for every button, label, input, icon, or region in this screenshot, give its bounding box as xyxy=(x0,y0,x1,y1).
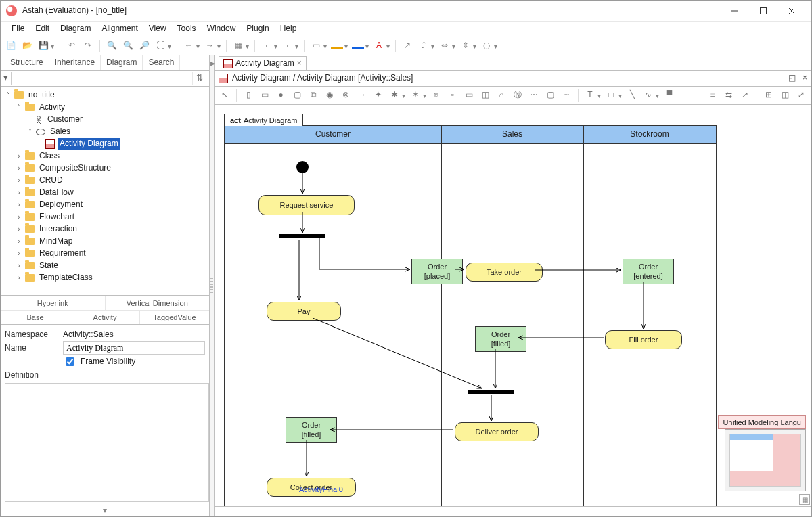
highlighter-icon[interactable]: ▀ xyxy=(663,89,675,102)
sync-icon[interactable]: ⇅ xyxy=(192,72,206,85)
align-tools-icon[interactable]: ≡ xyxy=(706,89,719,102)
editor-minimize-icon[interactable]: — xyxy=(773,73,782,84)
tree-composite[interactable]: CompositeStructure xyxy=(37,162,113,175)
text-color-icon[interactable]: A xyxy=(373,40,385,52)
anchor-icon[interactable]: ┄ xyxy=(560,89,572,102)
dependency-icon[interactable]: ⋯ xyxy=(528,89,540,102)
tree-root[interactable]: no_title xyxy=(26,89,57,102)
nav-back-icon[interactable]: ← xyxy=(183,40,195,52)
line-right-angle-icon[interactable]: ⤴ xyxy=(418,40,430,52)
connector-icon[interactable]: Ⓝ xyxy=(512,89,524,102)
definition-textarea[interactable] xyxy=(5,383,209,502)
freehand-icon[interactable]: ∿ xyxy=(642,89,654,102)
transition-icon[interactable]: → xyxy=(356,89,368,102)
tree-class[interactable]: Class xyxy=(37,150,62,162)
open-icon[interactable]: 📂 xyxy=(21,40,33,52)
tab-close-icon[interactable]: × xyxy=(297,58,302,69)
fork-bar[interactable] xyxy=(279,234,325,238)
zoom-in-icon[interactable]: 🔍 xyxy=(122,40,134,52)
tree-dataflow[interactable]: DataFlow xyxy=(37,187,76,199)
menu-help[interactable]: Help xyxy=(276,22,301,36)
lane-stockroom[interactable]: Stockroom xyxy=(583,126,716,144)
join-bar[interactable] xyxy=(468,390,514,394)
initial-node-icon[interactable]: ● xyxy=(275,89,287,102)
project-tree[interactable]: ˅no_title ˅Activity Customer ˅Sales Acti… xyxy=(1,87,209,296)
editor-close-icon[interactable]: × xyxy=(803,73,807,84)
tab-inheritance[interactable]: Inheritance xyxy=(49,55,101,70)
menu-view[interactable]: View xyxy=(145,22,171,36)
line-icon[interactable]: ╲ xyxy=(626,89,638,102)
editor-tab[interactable]: Activity Diagram × xyxy=(219,56,307,70)
object-node-icon[interactable]: ▭ xyxy=(463,89,475,102)
proptab-vertical[interactable]: Vertical Dimension xyxy=(106,296,210,310)
rect-icon[interactable]: □ xyxy=(605,89,617,102)
collapse-handle[interactable]: ▾ xyxy=(1,505,209,516)
fit-page-icon[interactable]: ⤢ xyxy=(795,89,807,102)
activity-final-icon[interactable]: ⊗ xyxy=(340,89,352,102)
text-icon[interactable]: T xyxy=(584,89,596,102)
diagram-canvas[interactable]: actActivity Diagram Customer Sales Stock… xyxy=(215,105,811,506)
distribute-v-icon[interactable]: ⇕ xyxy=(459,40,472,52)
fit-width-icon[interactable]: ⊞ xyxy=(763,89,775,102)
align-left-icon[interactable]: ⫠ xyxy=(261,40,273,52)
autosize-icon[interactable]: ↗ xyxy=(739,89,751,102)
signal-send-icon[interactable]: ◫ xyxy=(479,89,491,102)
editor-restore-icon[interactable]: ◱ xyxy=(788,73,796,84)
tree-state[interactable]: State xyxy=(37,260,60,272)
fill-color-icon[interactable] xyxy=(331,40,343,52)
proptab-hyperlink[interactable]: Hyperlink xyxy=(1,296,106,310)
tree-interaction[interactable]: Interaction xyxy=(37,223,79,235)
tree-template[interactable]: TemplateClass xyxy=(37,272,95,284)
overview-map[interactable] xyxy=(725,429,806,491)
tree-crud[interactable]: CRUD xyxy=(37,175,65,187)
menu-file[interactable]: File xyxy=(7,22,28,36)
join-h-icon[interactable]: ⧈ xyxy=(430,89,443,102)
activity-pay[interactable]: Pay xyxy=(267,302,341,321)
tree-requirement[interactable]: Requirement xyxy=(37,248,88,260)
pin-icon[interactable]: ▫ xyxy=(447,89,459,102)
note-icon[interactable]: ▢ xyxy=(544,89,556,102)
action-icon[interactable]: ▢ xyxy=(291,89,303,102)
signal-recv-icon[interactable]: ⌂ xyxy=(495,89,508,102)
distribute-tools-icon[interactable]: ⇆ xyxy=(723,89,735,102)
tab-search[interactable]: Search xyxy=(143,55,180,70)
merge-icon[interactable]: ✱ xyxy=(388,89,401,102)
object-order-placed[interactable]: Order[placed] xyxy=(411,258,463,284)
minimize-button[interactable] xyxy=(721,1,749,20)
tree-activity[interactable]: Activity xyxy=(37,102,67,114)
decision-icon[interactable]: ✦ xyxy=(372,89,384,102)
menu-plugin[interactable]: Plugin xyxy=(242,22,273,36)
tree-customer[interactable]: Customer xyxy=(45,114,85,126)
menu-alignment[interactable]: Alignment xyxy=(97,22,141,36)
undo-icon[interactable]: ↶ xyxy=(66,40,78,52)
tab-diagram[interactable]: Diagram xyxy=(101,55,143,70)
layer-icon[interactable]: ▭ xyxy=(310,40,322,52)
menu-edit[interactable]: Edit xyxy=(31,22,53,36)
flow-final-icon[interactable]: ◉ xyxy=(323,89,336,102)
zoom-region-icon[interactable]: ⛶ xyxy=(154,40,166,52)
filter-input[interactable] xyxy=(11,72,189,85)
activity-fill-order[interactable]: Fill order xyxy=(605,330,682,349)
call-behavior-icon[interactable]: ⧉ xyxy=(307,89,319,102)
activity-take-order[interactable]: Take order xyxy=(466,263,543,282)
select-tool-icon[interactable]: ↖ xyxy=(219,89,231,102)
redo-icon[interactable]: ↷ xyxy=(82,40,94,52)
vertical-splitter[interactable] xyxy=(210,55,215,516)
fit-icon[interactable]: ◫ xyxy=(779,89,791,102)
menu-tools[interactable]: Tools xyxy=(173,22,200,36)
new-icon[interactable]: 📄 xyxy=(5,40,17,52)
proptab-activity[interactable]: Activity xyxy=(70,310,140,324)
tree-flowchart[interactable]: Flowchart xyxy=(37,211,76,223)
tab-structure[interactable]: Structure xyxy=(5,55,49,70)
zoom-out-icon[interactable]: 🔎 xyxy=(138,40,150,52)
proptab-tagged[interactable]: TaggedValue xyxy=(140,310,209,324)
tree-activity-diagram[interactable]: Activity Diagram xyxy=(58,138,120,150)
grid-icon[interactable]: ▦ xyxy=(232,40,244,52)
close-button[interactable] xyxy=(777,1,806,20)
name-input[interactable] xyxy=(63,341,205,355)
align-top-icon[interactable]: ⫟ xyxy=(281,40,294,52)
tree-mindmap[interactable]: MindMap xyxy=(37,235,74,248)
save-icon[interactable]: 💾 xyxy=(37,40,49,52)
maximize-button[interactable] xyxy=(749,1,777,20)
tab-handle-icon[interactable]: ▸ xyxy=(210,57,215,69)
